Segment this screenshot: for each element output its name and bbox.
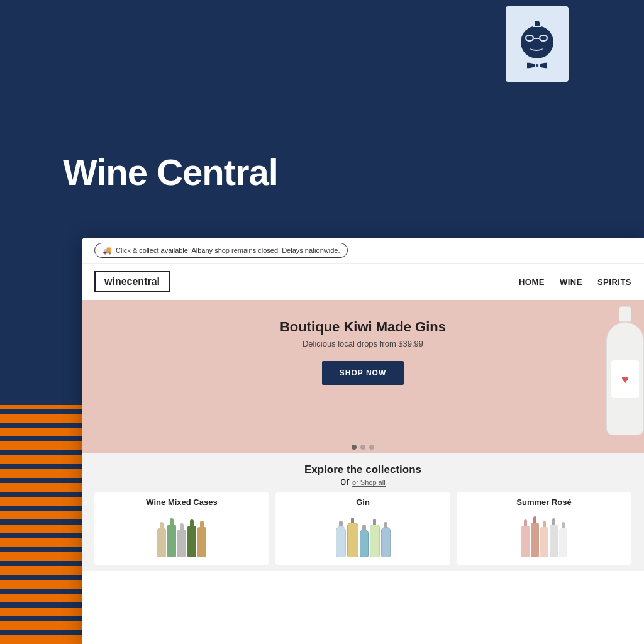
bottle-4 — [187, 519, 196, 557]
collections-sublink-wrap: or or Shop all — [94, 476, 631, 487]
bottle-heart-icon: ♥ — [621, 372, 629, 387]
nav-bar: winecentral HOME WINE SPIRITS — [82, 264, 644, 300]
nav-wine[interactable]: WINE — [560, 277, 582, 287]
collection-gin-img — [275, 509, 450, 560]
page-title: Wine Central — [63, 151, 278, 193]
bottle-neck — [619, 306, 631, 322]
shop-now-button[interactable]: SHOP NOW — [322, 361, 404, 385]
logo-plain: wine — [104, 276, 127, 287]
gin-bottle-5 — [381, 522, 391, 557]
collection-card-gin[interactable]: Gin — [275, 492, 450, 565]
collections-section: Explore the collections or or Shop all W… — [82, 453, 644, 571]
notification-badge: 🚚 Click & collect available. Albany shop… — [94, 243, 348, 258]
bottle-5 — [197, 521, 206, 557]
avatar-glasses-left — [525, 35, 534, 42]
hero-title: Boutique Kiwi Made Gins — [280, 319, 446, 335]
orange-stripes-decoration — [0, 405, 82, 644]
rose-bottle-3 — [540, 521, 548, 557]
carousel-dots — [82, 438, 644, 453]
gin-bottle-4 — [370, 519, 380, 557]
bottle-body: ♥ — [606, 322, 644, 435]
avatar-glasses-right — [539, 35, 548, 42]
collection-card-wine[interactable]: Wine Mixed Cases — [94, 492, 269, 565]
collections-or: or — [340, 476, 352, 487]
carousel-dot-1[interactable] — [352, 445, 357, 450]
collection-wine-label: Wine Mixed Cases — [94, 492, 269, 509]
gin-bottle-3 — [360, 525, 369, 557]
hero-text-area: Boutique Kiwi Made Gins Delicious local … — [280, 319, 446, 385]
collection-gin-label: Gin — [275, 492, 450, 509]
hero-section: Boutique Kiwi Made Gins Delicious local … — [82, 300, 644, 438]
notification-text: Click & collect available. Albany shop r… — [116, 247, 340, 254]
avatar-head — [521, 26, 553, 58]
avatar-smile — [530, 45, 543, 51]
nav-spirits[interactable]: SPIRITS — [597, 277, 631, 287]
carousel-dot-2[interactable] — [360, 445, 365, 450]
collections-title: Explore the collections — [94, 464, 631, 476]
nav-links: HOME WINE SPIRITS — [519, 277, 631, 287]
hero-bottle: ♥ — [600, 306, 644, 432]
gin-bottle-2 — [347, 518, 358, 557]
bottle-3 — [177, 523, 186, 557]
website-mockup: 🚚 Click & collect available. Albany shop… — [82, 238, 644, 644]
logo-bold: central — [127, 276, 160, 287]
rose-bottle-5 — [559, 522, 567, 557]
avatar-bowtie — [526, 62, 548, 69]
rose-bottle-2 — [531, 516, 539, 557]
collections-header: Explore the collections or or Shop all — [94, 464, 631, 487]
notification-bar: 🚚 Click & collect available. Albany shop… — [82, 238, 644, 264]
rose-bottle-4 — [550, 518, 558, 557]
avatar-figure — [521, 19, 553, 69]
gin-bottle-1 — [336, 521, 346, 557]
bottle-1 — [157, 522, 166, 557]
avatar-card — [506, 6, 569, 82]
avatar-glasses-bridge — [534, 38, 539, 39]
avatar-hair — [533, 19, 541, 27]
collection-rose-img — [457, 509, 631, 560]
rose-bottle-1 — [521, 519, 530, 557]
truck-icon: 🚚 — [103, 246, 112, 255]
shop-all-link[interactable]: or Shop all — [352, 479, 386, 487]
nav-home[interactable]: HOME — [519, 277, 545, 287]
logo[interactable]: winecentral — [94, 271, 170, 292]
hero-subtitle: Delicious local drops from $39.99 — [280, 339, 446, 348]
collection-rose-label: Summer Rosé — [457, 492, 631, 509]
collections-grid: Wine Mixed Cases Gin — [94, 492, 631, 565]
bottle-2 — [167, 518, 176, 557]
carousel-dot-3[interactable] — [369, 445, 374, 450]
collection-card-rose[interactable]: Summer Rosé — [457, 492, 631, 565]
bottle-label: ♥ — [611, 360, 639, 398]
collection-wine-img — [94, 509, 269, 560]
